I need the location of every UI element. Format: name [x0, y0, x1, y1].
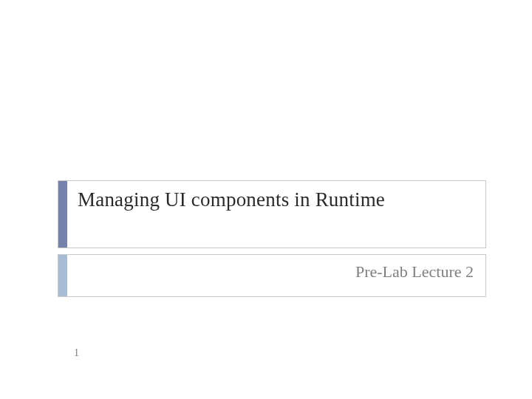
page-number: 1 [74, 347, 79, 359]
subtitle-block: Pre-Lab Lecture 2 [58, 254, 486, 297]
title-accent-bar [58, 181, 67, 248]
subtitle-accent-bar [58, 255, 67, 296]
title-block: Managing UI components in Runtime [58, 180, 486, 248]
slide-subtitle: Pre-Lab Lecture 2 [67, 255, 485, 296]
slide-title: Managing UI components in Runtime [67, 181, 485, 248]
